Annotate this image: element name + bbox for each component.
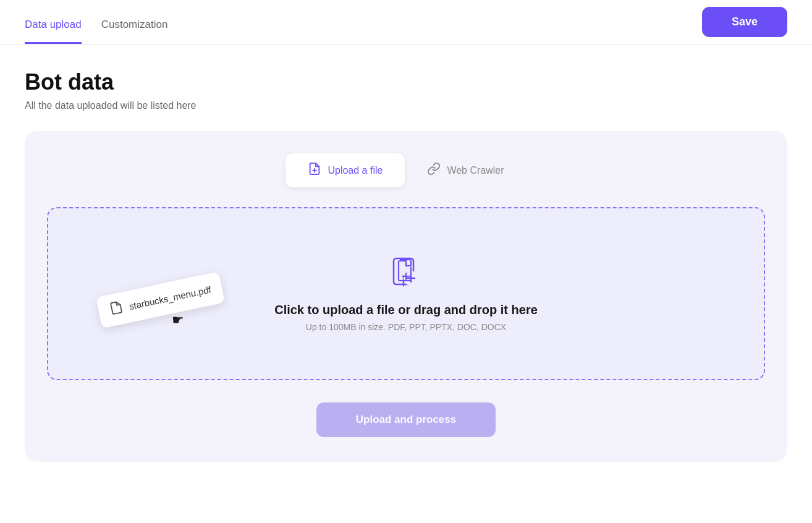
drop-upload-icon — [389, 256, 423, 293]
tab-customization[interactable]: Customization — [101, 19, 168, 44]
upload-file-icon — [308, 162, 321, 179]
file-preview-name: starbucks_menu.pdf — [128, 284, 212, 312]
action-row: Upload and process — [47, 402, 765, 437]
toggle-row: Upload a file Web Crawler — [47, 153, 765, 187]
header: Data upload Customization Save — [0, 0, 812, 45]
upload-card: Upload a file Web Crawler — [25, 131, 787, 462]
drop-zone-subtitle: Up to 100MB in size. PDF, PPT, PPTX, DOC… — [306, 322, 506, 332]
tabs: Data upload Customization — [25, 0, 167, 44]
web-crawler-tab[interactable]: Web Crawler — [405, 153, 526, 187]
web-crawler-icon — [427, 162, 441, 179]
file-doc-icon — [108, 300, 125, 319]
drop-zone[interactable]: starbucks_menu.pdf ☛ — [47, 207, 765, 380]
save-button[interactable]: Save — [702, 7, 787, 37]
tab-data-upload[interactable]: Data upload — [25, 19, 82, 44]
upload-process-button[interactable]: Upload and process — [316, 402, 496, 437]
upload-file-tab[interactable]: Upload a file — [285, 153, 405, 187]
main-content: Bot data All the data uploaded will be l… — [0, 45, 812, 487]
file-preview: starbucks_menu.pdf — [96, 271, 225, 328]
web-crawler-label: Web Crawler — [447, 165, 504, 176]
page-subtitle: All the data uploaded will be listed her… — [25, 100, 787, 111]
drop-zone-title: Click to upload a file or drag and drop … — [274, 303, 538, 317]
upload-file-label: Upload a file — [328, 165, 383, 176]
page-title: Bot data — [25, 69, 787, 95]
cursor-icon: ☛ — [172, 312, 184, 328]
